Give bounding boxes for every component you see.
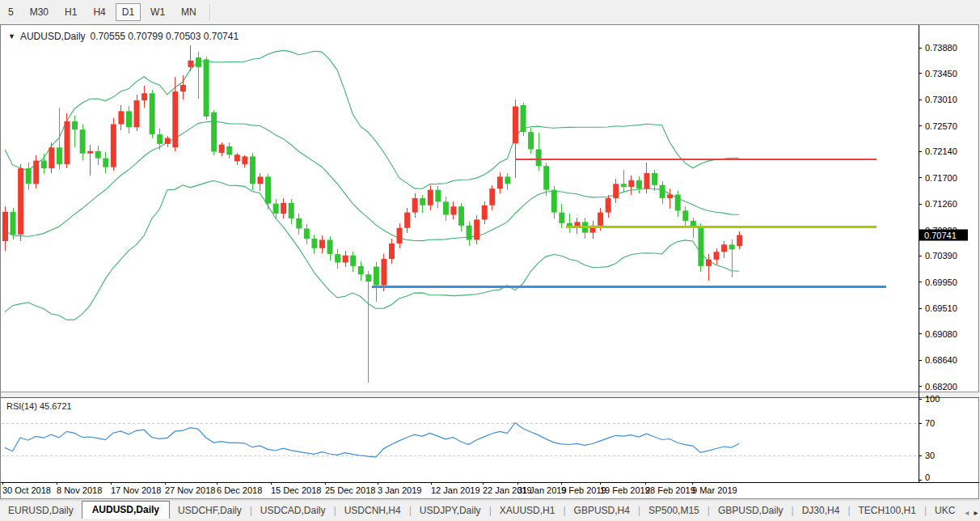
candle-body [729,244,735,249]
tab-scroll-left-icon[interactable]: ◂ [965,508,969,517]
pane-divider-gap[interactable] [1,392,979,397]
chart-tab-ukc[interactable]: UKC [927,502,963,519]
time-axis-label: 30 Oct 2018 [2,485,51,495]
timeframe-button-w1[interactable]: W1 [144,3,171,21]
candle-body [737,235,742,247]
candle-body [458,206,464,226]
candle-body [606,198,611,213]
candle-body [536,150,542,167]
timeframe-buttons: 5M30H1H4D1W1MN [0,3,205,21]
rsi-axis-label: 70 [925,418,935,428]
chart-symbol-label: AUDUSD,Daily [20,31,86,42]
chart-tab-usdjpy-daily[interactable]: USDJPY,Daily [412,502,489,519]
chart-tab-audusd-daily[interactable]: AUDUSD,Daily [82,501,170,519]
candle-body [103,159,108,167]
candle-body [180,85,186,91]
chart-window[interactable]: 0.738800.734500.730100.725700.721400.717… [0,24,980,499]
time-axis-label: 12 Jan 2019 [431,485,480,495]
chart-tab-usdcnh-h4[interactable]: USDCNH,H4 [336,502,409,519]
candle-body [698,227,703,266]
timeframe-button-h4[interactable]: H4 [87,3,112,21]
chart-tab-xauusd-h1[interactable]: XAUUSD,H1 [492,502,564,519]
price-axis-label: 0.69080 [925,329,957,339]
candle-body [157,134,163,144]
candle-body [443,201,449,214]
candle-body [257,176,263,184]
timeframe-button-m30[interactable]: M30 [23,3,55,21]
time-axis-label: 15 Dec 2018 [271,485,321,495]
candle-body [474,219,479,239]
candle-body [64,121,70,164]
chart-tab-tech100-h1[interactable]: TECH100,H1 [851,502,924,519]
candle-body [26,168,32,184]
timeframe-button-d1[interactable]: D1 [116,3,141,21]
time-axis-label: 6 Dec 2018 [217,485,262,495]
chart-tab-sp500-m15[interactable]: SP500,M15 [640,502,708,519]
candle-body [57,147,62,164]
candle-body [289,203,294,218]
candle-body [11,212,16,235]
candle-body [706,260,712,266]
candle-body [660,185,665,198]
candle-body [435,190,441,202]
candle-body [613,184,619,198]
candle-body [41,161,47,169]
candle-body [2,212,8,241]
chart-tab-dj30-h4[interactable]: DJ30,H4 [794,502,848,519]
candle-body [450,206,456,214]
candle-body [365,274,371,282]
candle-body [628,180,634,187]
timeframe-button-5[interactable]: 5 [2,3,20,21]
candle-body [428,190,433,205]
candle-body [652,173,657,185]
symbol-dropdown-icon[interactable]: ▼ [8,32,15,40]
chart-canvas[interactable]: 0.738800.734500.730100.725700.721400.717… [0,24,980,499]
toolbar-separator [209,4,211,20]
price-axis-label: 0.73450 [925,69,957,78]
time-axis-label: 9 Mar 2019 [692,485,737,495]
time-axis-label: 27 Nov 2018 [165,485,215,495]
current-price-value: 0.70741 [924,231,957,240]
candle-body [111,125,116,167]
candle-body [273,204,279,214]
time-axis-label: 28 Feb 2019 [645,485,695,495]
candle-body [636,180,642,188]
candle-body [412,198,418,213]
candle-body [374,267,379,286]
tabs-holder: EURUSD,DailyAUDUSD,DailyUSDCHF,Daily|USD… [0,501,963,519]
candle-body [80,129,86,153]
price-axis-label: 0.70390 [925,251,957,260]
price-axis-label: 0.72570 [925,121,957,131]
timeframe-button-h1[interactable]: H1 [58,3,83,21]
candle-body [196,57,201,67]
candle-body [350,256,356,266]
rsi-line [5,423,739,457]
chart-tab-gbpusd-daily[interactable]: GBPUSD,Daily [710,502,792,519]
candle-body [226,146,232,155]
candle-body [513,106,518,143]
candle-body [142,93,147,100]
chart-tab-usdcad-daily[interactable]: USDCAD,Daily [252,502,334,519]
chart-tab-gbpusd-h4[interactable]: GBPUSD,H4 [566,502,638,519]
candle-body [358,266,364,274]
time-axis-label: 3 Jan 2019 [378,485,421,495]
tab-scroll-controls: ◂ ▸ [963,508,980,519]
chart-tab-usdchf-daily[interactable]: USDCHF,Daily [170,502,250,519]
candle-body [219,145,225,153]
candle-body [551,190,557,213]
candle-body [389,244,395,259]
rsi-axis-label: 30 [925,451,935,460]
chart-tab-eurusd-daily[interactable]: EURUSD,Daily [0,502,82,519]
tab-scroll-right-icon[interactable]: ▸ [974,508,978,517]
candle-body [397,228,403,244]
candle-body [165,138,171,144]
candle-body [134,100,140,127]
candle-body [18,168,23,235]
chart-title: ▼ AUDUSD,Daily 0.70555 0.70799 0.70503 0… [8,31,239,42]
candle-body [682,210,688,221]
candle-body [598,213,603,226]
timeframe-button-mn[interactable]: MN [175,3,203,21]
candle-body [304,228,310,239]
candle-body [489,188,495,205]
candle-body [667,195,673,198]
